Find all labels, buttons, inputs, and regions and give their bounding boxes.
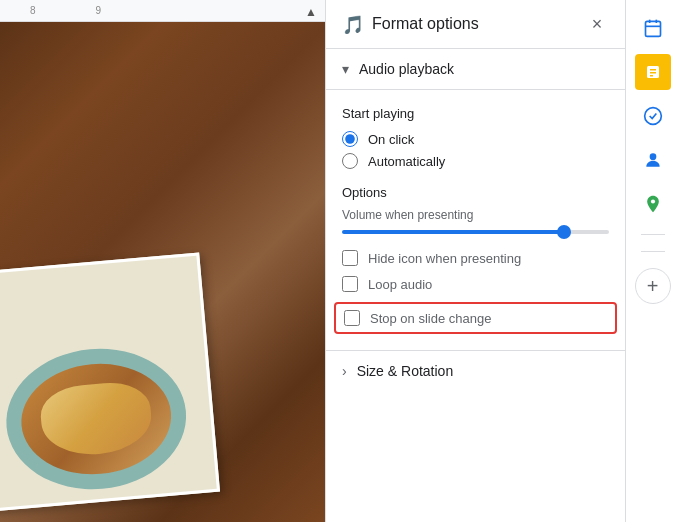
volume-label: Volume when presenting [342, 208, 609, 222]
start-playing-label: Start playing [342, 106, 609, 121]
canvas-area: 8 9 ▲ [0, 0, 325, 522]
contacts-icon[interactable] [635, 142, 671, 178]
ruler-num-8: 8 [30, 5, 36, 16]
on-click-label: On click [368, 132, 414, 147]
loop-audio-checkbox[interactable] [342, 276, 358, 292]
loop-audio-label: Loop audio [368, 277, 432, 292]
slide-content [0, 22, 325, 522]
ruler-numbers: 8 9 [30, 5, 101, 16]
tasks-icon[interactable] [635, 98, 671, 134]
calendar-icon[interactable] [635, 10, 671, 46]
automatically-radio[interactable] [342, 153, 358, 169]
size-rotation-title: Size & Rotation [357, 363, 454, 379]
close-button[interactable]: × [585, 12, 609, 36]
panel-header: 🎵 Format options × [326, 0, 625, 49]
panel-title: Format options [372, 15, 479, 33]
hide-icon-option[interactable]: Hide icon when presenting [342, 250, 609, 266]
stop-on-change-checkbox[interactable] [344, 310, 360, 326]
panel-title-group: 🎵 Format options [342, 14, 479, 34]
options-label: Options [342, 185, 609, 200]
notes-icon[interactable] [635, 54, 671, 90]
slider-row [342, 230, 609, 234]
volume-slider[interactable] [342, 230, 609, 234]
audio-section-content: Start playing On click Automatically Opt… [326, 90, 625, 350]
stop-on-change-label: Stop on slide change [370, 311, 491, 326]
right-sidebar: + [625, 0, 679, 522]
sidebar-divider [641, 234, 665, 235]
svg-point-8 [644, 108, 661, 125]
format-panel: 🎵 Format options × ▾ Audio playback Star… [325, 0, 625, 522]
size-rotation-section-header[interactable]: › Size & Rotation [326, 350, 625, 391]
hide-icon-label: Hide icon when presenting [368, 251, 521, 266]
automatically-option[interactable]: Automatically [342, 153, 609, 169]
audio-playback-section-header[interactable]: ▾ Audio playback [326, 49, 625, 90]
checkbox-group: Hide icon when presenting Loop audio Sto… [342, 250, 609, 334]
hide-icon-checkbox[interactable] [342, 250, 358, 266]
volume-slider-container [342, 230, 609, 234]
maps-icon[interactable] [635, 186, 671, 222]
playback-radio-group: On click Automatically [342, 131, 609, 169]
ruler-num-9: 9 [96, 5, 102, 16]
add-button[interactable]: + [635, 268, 671, 304]
audio-section-title: Audio playback [359, 61, 454, 77]
ruler-top: 8 9 ▲ [0, 0, 325, 22]
pie-image [0, 252, 220, 511]
stop-on-change-option[interactable]: Stop on slide change [334, 302, 617, 334]
size-rotation-chevron-icon: › [342, 363, 347, 379]
svg-rect-0 [645, 21, 660, 36]
audio-chevron-icon: ▾ [342, 61, 349, 77]
svg-point-9 [649, 153, 656, 160]
sidebar-divider-2 [641, 251, 665, 252]
svg-point-10 [650, 199, 654, 203]
automatically-label: Automatically [368, 154, 445, 169]
collapse-button[interactable]: ▲ [305, 5, 317, 19]
on-click-option[interactable]: On click [342, 131, 609, 147]
format-icon: 🎵 [342, 14, 362, 34]
on-click-radio[interactable] [342, 131, 358, 147]
loop-audio-option[interactable]: Loop audio [342, 276, 609, 292]
